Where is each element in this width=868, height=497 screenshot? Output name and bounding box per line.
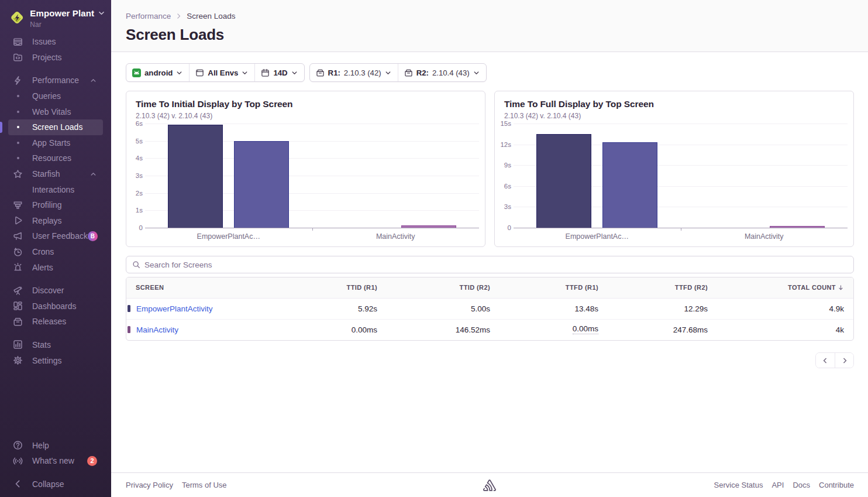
android-icon bbox=[132, 68, 141, 77]
sidebar-item-stats[interactable]: Stats bbox=[8, 337, 103, 353]
bullet-icon bbox=[13, 126, 23, 128]
x-axis-category-label: EmpowerPlantAc… bbox=[164, 233, 293, 241]
sidebar-item-resources[interactable]: Resources bbox=[8, 150, 103, 166]
bar-empowerplantac-s0[interactable] bbox=[536, 134, 591, 228]
y-axis-tick-label: 3s bbox=[494, 204, 511, 211]
sidebar-item-replays[interactable]: Replays bbox=[8, 213, 103, 229]
previous-page-button[interactable] bbox=[816, 353, 835, 368]
sidebar-item-web-vitals[interactable]: Web Vitals bbox=[8, 104, 103, 119]
org-avatar-icon bbox=[10, 9, 24, 26]
sidebar-item-label: Profiling bbox=[32, 200, 62, 210]
chevron-down-icon bbox=[384, 69, 392, 77]
bar-empowerplantac-s1[interactable] bbox=[234, 141, 289, 228]
bullet-icon bbox=[13, 95, 23, 97]
filter-label: 14D bbox=[273, 68, 287, 77]
release-2-selector[interactable]: R2:2.10.4 (43) bbox=[398, 64, 486, 81]
chart-gridline bbox=[514, 124, 848, 124]
search-bar[interactable] bbox=[126, 256, 854, 273]
sidebar-item-label: Replays bbox=[32, 216, 62, 225]
sidebar-item-issues[interactable]: Issues bbox=[8, 34, 103, 50]
sidebar-section: DiscoverDashboardsReleases bbox=[0, 283, 111, 330]
y-axis-tick-label: 3s bbox=[125, 173, 143, 180]
sentry-logo-icon[interactable] bbox=[483, 479, 496, 491]
chart-panel-ttid: Time To Initial Display by Top Screen 2.… bbox=[126, 91, 485, 247]
project-selector[interactable]: android bbox=[126, 64, 189, 81]
column-header-total-count[interactable]: TOTAL COUNT bbox=[717, 277, 853, 298]
bullet-icon bbox=[13, 157, 23, 159]
chevron-down-icon bbox=[175, 69, 183, 77]
org-switcher[interactable]: Empower Plant Nar bbox=[0, 0, 111, 28]
sidebar-item-settings[interactable]: Settings bbox=[8, 352, 103, 368]
chevron-down-icon bbox=[473, 69, 480, 77]
column-header-label: TOTAL COUNT bbox=[788, 284, 836, 291]
column-header-ttid-r1-[interactable]: TTID (R1) bbox=[299, 277, 387, 298]
sidebar-item-app-starts[interactable]: App Starts bbox=[8, 135, 103, 151]
series-color-swatch bbox=[128, 305, 130, 312]
table-row: EmpowerPlantActivity5.92s5.00s13.48s12.2… bbox=[126, 298, 853, 319]
release-version: 2.10.4 (43) bbox=[432, 68, 470, 77]
sidebar-item-discover[interactable]: Discover bbox=[8, 283, 103, 299]
sidebar-item-label: Dashboards bbox=[32, 301, 77, 311]
release-prefix: R2: bbox=[416, 68, 429, 77]
next-page-button[interactable] bbox=[835, 353, 853, 368]
sidebar-item-crons[interactable]: Crons bbox=[8, 244, 103, 260]
date-range-selector[interactable]: 14D bbox=[254, 64, 304, 81]
sidebar-item-releases[interactable]: Releases bbox=[8, 314, 103, 330]
search-input[interactable] bbox=[144, 261, 848, 269]
org-subtitle: Nar bbox=[30, 21, 105, 28]
footer-link-docs[interactable]: Docs bbox=[793, 481, 810, 489]
star-icon bbox=[13, 169, 23, 179]
sidebar-item-whats-new[interactable]: What's new2 bbox=[8, 453, 103, 469]
sidebar-item-queries[interactable]: Queries bbox=[8, 88, 103, 104]
footer-link-contribute[interactable]: Contribute bbox=[819, 481, 854, 489]
environment-selector[interactable]: All Envs bbox=[189, 64, 254, 81]
beta-badge: B bbox=[88, 231, 98, 241]
table-row: MainActivity0.00ms146.52ms0.00ms247.68ms… bbox=[126, 319, 853, 340]
sidebar-item-projects[interactable]: Projects bbox=[8, 50, 103, 66]
breadcrumb-screen-loads: Screen Loads bbox=[187, 12, 235, 20]
sidebar-item-starfish[interactable]: Starfish bbox=[8, 166, 103, 182]
metric-value-cell: 4k bbox=[717, 319, 853, 340]
y-axis-tick-label: 0 bbox=[125, 225, 143, 232]
ttid-bar-chart[interactable]: 01s2s3s4s5s6sEmpowerPlantAc…MainActivity bbox=[126, 91, 485, 246]
footer-link-service-status[interactable]: Service Status bbox=[714, 481, 763, 489]
column-header-ttfd-r1-[interactable]: TTFD (R1) bbox=[500, 277, 608, 298]
sidebar-item-help[interactable]: Help bbox=[8, 437, 103, 453]
footer-link-privacy-policy[interactable]: Privacy Policy bbox=[126, 481, 173, 489]
metric-value-dotted: 0.00ms bbox=[573, 324, 598, 334]
ttfd-bar-chart[interactable]: 03s6s9s12s15sEmpowerPlantAc…MainActivity bbox=[495, 91, 853, 246]
column-header-ttid-r2-[interactable]: TTID (R2) bbox=[387, 277, 500, 298]
series-color-swatch bbox=[128, 326, 130, 333]
charts-row: Time To Initial Display by Top Screen 2.… bbox=[126, 91, 854, 247]
y-axis-tick-label: 5s bbox=[125, 138, 143, 145]
sidebar-item-performance[interactable]: Performance bbox=[8, 73, 103, 88]
footer-link-terms-of-use[interactable]: Terms of Use bbox=[182, 481, 227, 489]
sidebar-section: PerformanceQueriesWeb VitalsScreen Loads… bbox=[0, 73, 111, 275]
column-header-ttfd-r2-[interactable]: TTFD (R2) bbox=[608, 277, 717, 298]
screen-link[interactable]: MainActivity bbox=[136, 325, 178, 334]
screens-table: SCREENTTID (R1)TTID (R2)TTFD (R1)TTFD (R… bbox=[126, 277, 854, 341]
dashboards-icon bbox=[13, 301, 23, 311]
release-1-selector[interactable]: R1:2.10.3 (42) bbox=[310, 64, 398, 81]
screens-data-table: SCREENTTID (R1)TTID (R2)TTFD (R1)TTFD (R… bbox=[126, 277, 853, 340]
sidebar-item-interactions[interactable]: Interactions bbox=[8, 181, 103, 197]
breadcrumb-performance[interactable]: Performance bbox=[126, 12, 171, 20]
bar-empowerplantac-s1[interactable] bbox=[602, 142, 657, 228]
sidebar-item-user-feedback[interactable]: User FeedbackB bbox=[8, 228, 103, 244]
sidebar-item-extra bbox=[89, 77, 97, 84]
screen-link[interactable]: EmpowerPlantActivity bbox=[136, 304, 213, 313]
sidebar-item-collapse[interactable]: Collapse bbox=[8, 476, 103, 492]
chevron-down-icon bbox=[291, 69, 298, 77]
sidebar-item-dashboards[interactable]: Dashboards bbox=[8, 299, 103, 314]
calendar-icon bbox=[261, 68, 270, 77]
column-header-label: TTID (R2) bbox=[460, 284, 490, 291]
footer-link-api[interactable]: API bbox=[771, 481, 784, 489]
sidebar-item-profiling[interactable]: Profiling bbox=[8, 197, 103, 213]
sidebar-item-screen-loads[interactable]: Screen Loads bbox=[8, 119, 103, 135]
sidebar-item-alerts[interactable]: Alerts bbox=[8, 259, 103, 275]
box-icon bbox=[13, 317, 23, 327]
x-axis-category-label: MainActivity bbox=[700, 233, 828, 241]
sidebar-item-label: Starfish bbox=[32, 169, 60, 179]
bar-empowerplantac-s0[interactable] bbox=[168, 125, 223, 228]
column-header-screen[interactable]: SCREEN bbox=[126, 277, 299, 298]
